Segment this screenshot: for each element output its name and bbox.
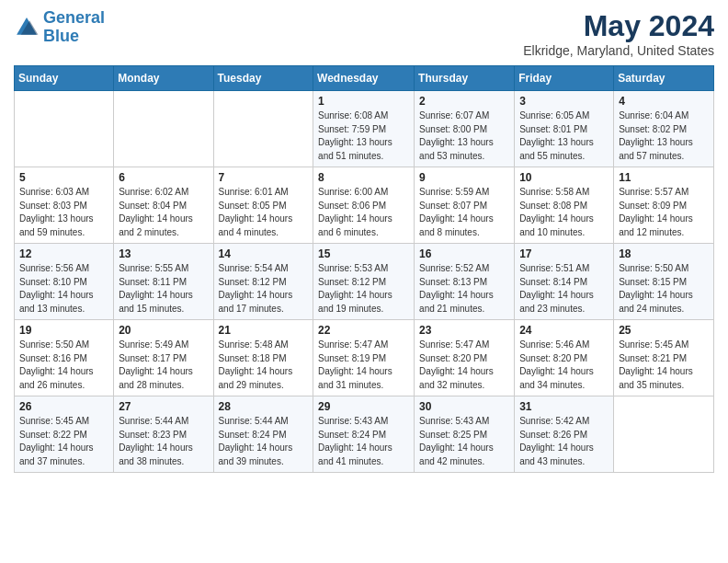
calendar-day-cell: 29Sunrise: 5:43 AMSunset: 8:24 PMDayligh… — [313, 396, 415, 473]
day-number: 20 — [119, 324, 208, 337]
day-info: Sunrise: 5:44 AMSunset: 8:23 PMDaylight:… — [119, 415, 208, 468]
logo-line2: Blue — [43, 27, 79, 45]
weekday-header: Wednesday — [313, 66, 415, 91]
day-number: 21 — [219, 324, 309, 337]
day-info: Sunrise: 6:00 AMSunset: 8:06 PMDaylight:… — [318, 186, 409, 239]
calendar-day-cell: 8Sunrise: 6:00 AMSunset: 8:06 PMDaylight… — [313, 167, 415, 244]
calendar-day-cell: 14Sunrise: 5:54 AMSunset: 8:12 PMDayligh… — [213, 244, 313, 320]
day-number: 23 — [419, 324, 509, 337]
day-number: 14 — [219, 247, 309, 260]
calendar-day-cell: 6Sunrise: 6:02 AMSunset: 8:04 PMDaylight… — [114, 167, 213, 244]
month-title: May 2024 — [523, 9, 714, 43]
day-info: Sunrise: 5:54 AMSunset: 8:12 PMDaylight:… — [219, 262, 309, 316]
calendar-day-cell: 26Sunrise: 5:45 AMSunset: 8:22 PMDayligh… — [15, 396, 114, 473]
calendar-day-cell: 25Sunrise: 5:45 AMSunset: 8:21 PMDayligh… — [614, 320, 714, 396]
day-info: Sunrise: 6:02 AMSunset: 8:04 PMDaylight:… — [119, 186, 208, 239]
day-info: Sunrise: 5:59 AMSunset: 8:07 PMDaylight:… — [419, 186, 509, 239]
calendar-day-cell: 17Sunrise: 5:51 AMSunset: 8:14 PMDayligh… — [515, 244, 614, 320]
calendar-day-cell: 10Sunrise: 5:58 AMSunset: 8:08 PMDayligh… — [515, 167, 614, 244]
day-info: Sunrise: 5:50 AMSunset: 8:16 PMDaylight:… — [19, 339, 108, 392]
day-info: Sunrise: 5:48 AMSunset: 8:18 PMDaylight:… — [219, 339, 309, 392]
day-info: Sunrise: 5:43 AMSunset: 8:24 PMDaylight:… — [318, 415, 409, 468]
day-info: Sunrise: 5:58 AMSunset: 8:08 PMDaylight:… — [519, 186, 609, 239]
day-info: Sunrise: 5:45 AMSunset: 8:22 PMDaylight:… — [19, 415, 108, 468]
calendar-week-row: 26Sunrise: 5:45 AMSunset: 8:22 PMDayligh… — [15, 396, 714, 473]
calendar-day-cell: 11Sunrise: 5:57 AMSunset: 8:09 PMDayligh… — [614, 167, 714, 244]
day-info: Sunrise: 5:46 AMSunset: 8:20 PMDaylight:… — [519, 339, 609, 392]
calendar-day-cell: 13Sunrise: 5:55 AMSunset: 8:11 PMDayligh… — [114, 244, 213, 320]
day-number: 16 — [419, 247, 509, 260]
calendar-header-row: SundayMondayTuesdayWednesdayThursdayFrid… — [15, 66, 714, 91]
calendar-day-cell: 20Sunrise: 5:49 AMSunset: 8:17 PMDayligh… — [114, 320, 213, 396]
day-info: Sunrise: 6:05 AMSunset: 8:01 PMDaylight:… — [519, 109, 609, 163]
day-number: 30 — [419, 400, 509, 413]
day-number: 22 — [318, 324, 409, 337]
day-number: 13 — [119, 247, 208, 260]
calendar-day-cell: 16Sunrise: 5:52 AMSunset: 8:13 PMDayligh… — [415, 244, 515, 320]
calendar-day-cell: 27Sunrise: 5:44 AMSunset: 8:23 PMDayligh… — [114, 396, 213, 473]
calendar-day-cell: 4Sunrise: 6:04 AMSunset: 8:02 PMDaylight… — [614, 91, 714, 167]
calendar-day-cell: 3Sunrise: 6:05 AMSunset: 8:01 PMDaylight… — [515, 91, 614, 167]
calendar-day-cell: 21Sunrise: 5:48 AMSunset: 8:18 PMDayligh… — [213, 320, 313, 396]
day-number: 18 — [619, 247, 709, 260]
day-number: 12 — [19, 247, 108, 260]
location: Elkridge, Maryland, United States — [523, 43, 714, 58]
day-number: 9 — [419, 171, 509, 184]
calendar-day-cell: 23Sunrise: 5:47 AMSunset: 8:20 PMDayligh… — [415, 320, 515, 396]
day-info: Sunrise: 5:50 AMSunset: 8:15 PMDaylight:… — [619, 262, 709, 316]
calendar-day-cell — [213, 91, 313, 167]
calendar-week-row: 1Sunrise: 6:08 AMSunset: 7:59 PMDaylight… — [15, 91, 714, 167]
calendar-day-cell — [114, 91, 213, 167]
day-info: Sunrise: 5:56 AMSunset: 8:10 PMDaylight:… — [19, 262, 108, 316]
day-info: Sunrise: 5:51 AMSunset: 8:14 PMDaylight:… — [519, 262, 609, 316]
page-header: General Blue May 2024 Elkridge, Maryland… — [14, 9, 714, 58]
logo-icon — [14, 15, 40, 40]
day-number: 24 — [519, 324, 609, 337]
day-info: Sunrise: 5:57 AMSunset: 8:09 PMDaylight:… — [619, 186, 709, 239]
day-info: Sunrise: 6:03 AMSunset: 8:03 PMDaylight:… — [19, 186, 108, 239]
day-number: 10 — [519, 171, 609, 184]
day-info: Sunrise: 6:04 AMSunset: 8:02 PMDaylight:… — [619, 109, 709, 163]
calendar-week-row: 19Sunrise: 5:50 AMSunset: 8:16 PMDayligh… — [15, 320, 714, 396]
day-number: 15 — [318, 247, 409, 260]
weekday-header: Tuesday — [213, 66, 313, 91]
calendar-day-cell: 7Sunrise: 6:01 AMSunset: 8:05 PMDaylight… — [213, 167, 313, 244]
day-number: 29 — [318, 400, 409, 413]
day-number: 19 — [19, 324, 108, 337]
day-number: 25 — [619, 324, 709, 337]
day-info: Sunrise: 5:42 AMSunset: 8:26 PMDaylight:… — [519, 415, 609, 468]
calendar-day-cell: 24Sunrise: 5:46 AMSunset: 8:20 PMDayligh… — [515, 320, 614, 396]
weekday-header: Saturday — [614, 66, 714, 91]
day-number: 8 — [318, 171, 409, 184]
day-number: 5 — [19, 171, 108, 184]
calendar-day-cell: 12Sunrise: 5:56 AMSunset: 8:10 PMDayligh… — [15, 244, 114, 320]
day-number: 27 — [119, 400, 208, 413]
day-info: Sunrise: 5:55 AMSunset: 8:11 PMDaylight:… — [119, 262, 208, 316]
calendar-day-cell — [614, 396, 714, 473]
weekday-header: Thursday — [415, 66, 515, 91]
day-info: Sunrise: 6:07 AMSunset: 8:00 PMDaylight:… — [419, 109, 509, 163]
calendar-week-row: 12Sunrise: 5:56 AMSunset: 8:10 PMDayligh… — [15, 244, 714, 320]
day-info: Sunrise: 5:53 AMSunset: 8:12 PMDaylight:… — [318, 262, 409, 316]
day-number: 11 — [619, 171, 709, 184]
day-number: 3 — [519, 95, 609, 108]
calendar-day-cell: 1Sunrise: 6:08 AMSunset: 7:59 PMDaylight… — [313, 91, 415, 167]
day-info: Sunrise: 5:45 AMSunset: 8:21 PMDaylight:… — [619, 339, 709, 392]
calendar-day-cell: 2Sunrise: 6:07 AMSunset: 8:00 PMDaylight… — [415, 91, 515, 167]
day-info: Sunrise: 6:01 AMSunset: 8:05 PMDaylight:… — [219, 186, 309, 239]
calendar-table: SundayMondayTuesdayWednesdayThursdayFrid… — [14, 65, 714, 473]
day-number: 7 — [219, 171, 309, 184]
day-info: Sunrise: 6:08 AMSunset: 7:59 PMDaylight:… — [318, 109, 409, 163]
day-info: Sunrise: 5:49 AMSunset: 8:17 PMDaylight:… — [119, 339, 208, 392]
day-number: 17 — [519, 247, 609, 260]
weekday-header: Sunday — [15, 66, 114, 91]
logo-text: General Blue — [43, 9, 105, 46]
day-info: Sunrise: 5:52 AMSunset: 8:13 PMDaylight:… — [419, 262, 509, 316]
calendar-week-row: 5Sunrise: 6:03 AMSunset: 8:03 PMDaylight… — [15, 167, 714, 244]
calendar-day-cell: 9Sunrise: 5:59 AMSunset: 8:07 PMDaylight… — [415, 167, 515, 244]
day-number: 26 — [19, 400, 108, 413]
calendar-day-cell: 30Sunrise: 5:43 AMSunset: 8:25 PMDayligh… — [415, 396, 515, 473]
calendar-day-cell: 19Sunrise: 5:50 AMSunset: 8:16 PMDayligh… — [15, 320, 114, 396]
day-number: 2 — [419, 95, 509, 108]
calendar-day-cell: 18Sunrise: 5:50 AMSunset: 8:15 PMDayligh… — [614, 244, 714, 320]
